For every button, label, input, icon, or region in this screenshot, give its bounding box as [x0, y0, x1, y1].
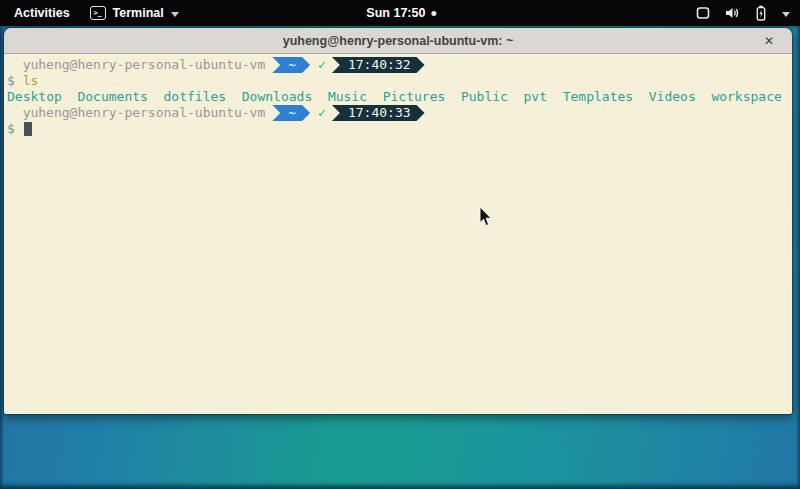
battery-charging-icon — [753, 5, 769, 21]
directory-name: Desktop — [7, 89, 77, 104]
command-text: ls — [23, 73, 39, 89]
close-icon[interactable]: ✕ — [758, 28, 780, 54]
activities-button[interactable]: Activities — [14, 6, 70, 20]
directory-name: Music — [328, 89, 383, 104]
check-icon: ✓ — [318, 57, 326, 73]
clock-menu[interactable]: Sun 17:50 — [366, 0, 436, 26]
directory-name: Pictures — [383, 89, 461, 104]
prompt-user: yuheng@henry-personal-ubuntu-vm — [7, 57, 265, 73]
directory-name: Templates — [563, 89, 649, 104]
system-status-area[interactable] — [695, 0, 790, 26]
prompt-time-segment: 17:40:33 — [332, 105, 425, 121]
prompt-time-segment: 17:40:32 — [332, 57, 425, 73]
text-cursor — [24, 122, 32, 136]
directory-name: dotfiles — [164, 89, 242, 104]
terminal-window: yuheng@henry-personal-ubuntu-vm: ~ ✕ yuh… — [4, 28, 792, 414]
directory-name: Downloads — [242, 89, 328, 104]
command-line: $ ls — [7, 73, 789, 89]
notification-dot-icon — [431, 11, 436, 16]
prompt-symbol: $ — [7, 73, 15, 89]
window-titlebar[interactable]: yuheng@henry-personal-ubuntu-vm: ~ ✕ — [4, 28, 792, 54]
chevron-down-icon — [171, 12, 179, 17]
directory-name: Documents — [77, 89, 163, 104]
input-line[interactable]: $ — [7, 121, 789, 137]
check-icon: ✓ — [318, 105, 326, 121]
prompt-time: 17:40:32 — [348, 57, 411, 73]
top-bar: Activities >_ Terminal Sun 17:50 — [0, 0, 800, 26]
prompt-symbol: $ — [7, 121, 15, 137]
directory-name: pvt — [524, 89, 563, 104]
clock-label: Sun 17:50 — [366, 6, 425, 20]
app-menu-label: Terminal — [113, 6, 164, 20]
volume-icon — [724, 5, 740, 21]
prompt-path: ~ — [288, 105, 296, 121]
chevron-down-icon — [782, 12, 790, 17]
prompt-path: ~ — [288, 57, 296, 73]
app-menu-terminal[interactable]: >_ Terminal — [90, 6, 179, 20]
prompt-path-segment: ~ — [272, 105, 310, 121]
mouse-cursor — [479, 207, 493, 231]
prompt-line: yuheng@henry-personal-ubuntu-vm ~ ✓ 17:4… — [7, 57, 789, 73]
prompt-user: yuheng@henry-personal-ubuntu-vm — [7, 105, 265, 121]
terminal-app-icon: >_ — [90, 6, 106, 20]
prompt-path-segment: ~ — [272, 57, 310, 73]
prompt-time: 17:40:33 — [348, 105, 411, 121]
screen-icon — [695, 5, 711, 21]
ls-output-line: DesktopDocumentsdotfilesDownloadsMusicPi… — [7, 89, 789, 105]
terminal-content[interactable]: yuheng@henry-personal-ubuntu-vm ~ ✓ 17:4… — [4, 54, 792, 414]
directory-name: workspace — [711, 89, 792, 104]
window-title: yuheng@henry-personal-ubuntu-vm: ~ — [283, 34, 514, 48]
prompt-line: yuheng@henry-personal-ubuntu-vm ~ ✓ 17:4… — [7, 105, 789, 121]
directory-name: Public — [461, 89, 524, 104]
directory-name: Videos — [649, 89, 712, 104]
